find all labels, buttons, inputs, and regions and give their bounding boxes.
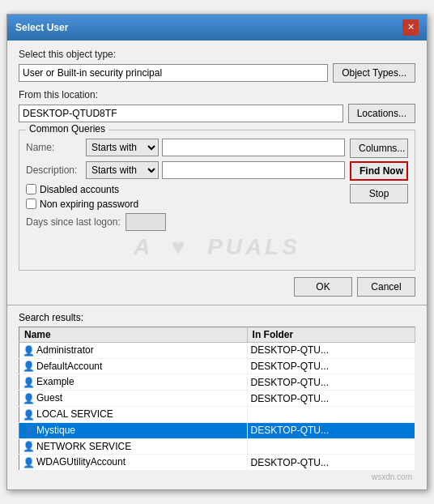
result-folder-cell: DESKTOP-QTU... [247, 358, 415, 374]
result-folder-cell [247, 438, 415, 455]
result-folder-cell: DESKTOP-QTU... [247, 455, 415, 471]
ok-button[interactable]: OK [294, 277, 352, 297]
non-expiring-row: Non expiring password [26, 199, 345, 210]
description-query-row: Description: Starts with [26, 161, 345, 179]
result-name-cell: 👤Guest [19, 391, 248, 407]
select-user-dialog: Select User ✕ Select this object type: O… [6, 14, 428, 491]
days-input[interactable] [126, 213, 166, 231]
table-row[interactable]: 👤AdministratorDESKTOP-QTU... [19, 342, 415, 358]
user-icon: 👤 [23, 409, 34, 421]
result-name-cell: 👤Example [19, 374, 248, 391]
location-input[interactable] [19, 105, 343, 122]
result-name-cell: 👤DefaultAccount [19, 358, 248, 374]
table-row[interactable]: 👤MystiqueDESKTOP-QTU... [19, 422, 415, 438]
result-folder-cell: DESKTOP-QTU... [247, 422, 415, 438]
user-icon: 👤 [23, 457, 34, 468]
watermark-text: A ♥ PUALS [134, 234, 300, 260]
non-expiring-checkbox[interactable] [26, 199, 36, 209]
watermark-area: A ♥ PUALS [26, 231, 408, 263]
search-results-section: Search results: Name In Folder 👤Administ… [7, 305, 427, 490]
user-icon: 👤 [23, 393, 34, 404]
result-folder-cell: DESKTOP-QTU... [247, 391, 415, 407]
description-label: Description: [26, 164, 83, 176]
disabled-accounts-label: Disabled accounts [40, 184, 119, 195]
col-folder-header: In Folder [247, 327, 415, 342]
common-queries-group: Common Queries Name: Starts with [19, 130, 415, 271]
results-table: Name In Folder 👤AdministratorDESKTOP-QTU… [19, 327, 415, 472]
name-label: Name: [26, 142, 83, 153]
object-type-label: Select this object type: [19, 49, 415, 60]
stop-button[interactable]: Stop [350, 184, 408, 203]
result-name-cell: 👤Mystique [19, 422, 248, 438]
ok-cancel-row: OK Cancel [19, 277, 415, 297]
result-name-cell: 👤LOCAL SERVICE [19, 407, 248, 423]
result-folder-cell [247, 407, 415, 423]
object-types-button[interactable]: Object Types... [333, 63, 415, 83]
description-starts-with-select[interactable]: Starts with [86, 161, 159, 179]
results-header-row: Name In Folder [19, 327, 415, 342]
result-name-cell: 👤WDAGUtilityAccount [19, 455, 248, 471]
non-expiring-label: Non expiring password [40, 199, 138, 210]
days-since-label: Days since last logon: [26, 216, 121, 228]
object-type-row: Object Types... [19, 63, 415, 83]
location-label: From this location: [19, 89, 415, 100]
disabled-accounts-checkbox[interactable] [26, 184, 36, 194]
user-icon: 👤 [23, 377, 34, 388]
col-name-header: Name [19, 327, 248, 342]
title-bar: Select User ✕ [7, 15, 427, 41]
right-buttons: Columns... Find Now Stop [350, 139, 408, 203]
table-row[interactable]: 👤WDAGUtilityAccountDESKTOP-QTU... [19, 455, 415, 471]
dialog-title: Select User [15, 22, 68, 33]
user-icon: 👤 [23, 425, 34, 437]
group-box-title: Common Queries [26, 123, 108, 135]
result-folder-cell: DESKTOP-QTU... [247, 342, 415, 358]
search-results-label: Search results: [19, 312, 415, 323]
object-type-input[interactable] [19, 64, 328, 82]
dialog-body: Select this object type: Object Types...… [7, 41, 427, 305]
table-row[interactable]: 👤NETWORK SERVICE [19, 438, 415, 455]
user-icon: 👤 [23, 441, 34, 452]
days-since-row: Days since last logon: [26, 213, 345, 231]
cancel-button[interactable]: Cancel [357, 277, 415, 297]
result-name-cell: 👤Administrator [19, 342, 248, 358]
queries-inner: Name: Starts with Description: Starts wi… [26, 135, 408, 263]
result-name-cell: 👤NETWORK SERVICE [19, 438, 248, 455]
table-row[interactable]: 👤ExampleDESKTOP-QTU... [19, 374, 415, 391]
name-starts-with-select[interactable]: Starts with [86, 139, 159, 156]
close-button[interactable]: ✕ [402, 19, 419, 36]
location-row: Locations... [19, 104, 415, 123]
columns-button[interactable]: Columns... [350, 139, 408, 158]
user-icon: 👤 [23, 345, 34, 357]
locations-button[interactable]: Locations... [348, 104, 415, 123]
disabled-accounts-row: Disabled accounts [26, 184, 345, 195]
table-row[interactable]: 👤GuestDESKTOP-QTU... [19, 391, 415, 407]
result-folder-cell: DESKTOP-QTU... [247, 374, 415, 391]
name-query-row: Name: Starts with [26, 139, 345, 156]
wsxdn-watermark: wsxdn.com [19, 471, 415, 483]
user-icon: 👤 [23, 361, 34, 372]
name-query-input[interactable] [162, 139, 345, 156]
table-row[interactable]: 👤LOCAL SERVICE [19, 407, 415, 423]
queries-area: Name: Starts with Description: Starts wi… [26, 139, 408, 231]
description-query-input[interactable] [162, 161, 345, 179]
queries-left: Name: Starts with Description: Starts wi… [26, 139, 345, 231]
find-now-button[interactable]: Find Now [350, 161, 408, 181]
table-row[interactable]: 👤DefaultAccountDESKTOP-QTU... [19, 358, 415, 374]
